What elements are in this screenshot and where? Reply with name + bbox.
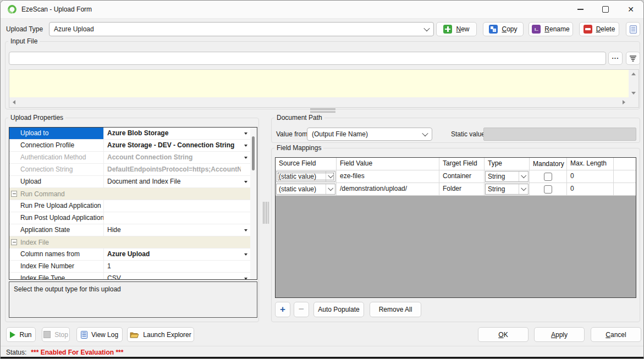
property-value[interactable]: 1 — [104, 261, 241, 272]
property-row[interactable]: Authentication Method Account Connection… — [9, 152, 250, 164]
vertical-splitter-handle[interactable] — [263, 202, 269, 224]
maximize-button[interactable] — [593, 1, 618, 18]
property-value[interactable] — [104, 212, 241, 224]
collapse-icon[interactable] — [11, 239, 17, 245]
column-header[interactable]: Mandatory — [530, 158, 567, 170]
delete-button[interactable]: Delete — [579, 22, 619, 36]
column-header[interactable]: Max. Length — [567, 158, 614, 170]
close-button[interactable]: ✕ — [618, 1, 643, 18]
column-header[interactable]: Field Value — [337, 158, 439, 170]
property-grid-scrollbar[interactable] — [250, 128, 257, 279]
property-row[interactable]: Run Pre Upload Application — [9, 200, 250, 212]
dropdown-arrow-icon[interactable] — [241, 128, 250, 139]
property-name[interactable]: Column names from — [9, 248, 104, 260]
mapping-row[interactable]: (static value) /demonstration/upload/ Fo… — [276, 183, 636, 196]
chevron-down-icon[interactable] — [326, 184, 335, 194]
filter-button[interactable] — [626, 52, 640, 65]
remove-mapping-button[interactable]: − — [294, 302, 309, 317]
scroll-down-icon[interactable] — [631, 92, 636, 95]
add-mapping-button[interactable]: + — [275, 302, 290, 317]
property-name[interactable]: Application State — [9, 224, 104, 236]
property-row[interactable]: Connection String DefaultEndpointsProtoc… — [9, 164, 250, 176]
chevron-down-icon[interactable] — [519, 184, 528, 194]
file-list-area[interactable] — [9, 70, 629, 97]
property-row[interactable]: Upload Document and Index File — [9, 176, 250, 188]
upload-type-notes-button[interactable] — [626, 22, 640, 36]
property-name[interactable]: Connection String — [9, 164, 104, 175]
horizontal-splitter-handle[interactable] — [310, 108, 335, 113]
scroll-up-icon[interactable] — [631, 73, 636, 75]
mandatory-checkbox[interactable] — [544, 185, 552, 194]
scrollbar-thumb[interactable] — [252, 136, 255, 170]
property-name[interactable]: Run Pre Upload Application — [9, 200, 104, 212]
property-name[interactable]: Upload — [9, 176, 104, 187]
apply-button[interactable]: Apply — [534, 327, 585, 342]
ok-button[interactable]: OK — [478, 327, 529, 342]
source-field-select[interactable]: (static value) — [276, 171, 335, 182]
dropdown-arrow-icon[interactable] — [241, 248, 250, 260]
value-from-select[interactable]: (Output File Name) — [307, 128, 432, 141]
scroll-left-icon[interactable] — [13, 100, 15, 104]
property-row[interactable]: Index File Number 1 — [9, 261, 250, 273]
remove-all-button[interactable]: Remove All — [370, 302, 421, 317]
input-file-list[interactable] — [9, 69, 639, 108]
dropdown-arrow-icon[interactable] — [241, 273, 250, 280]
auto-populate-button[interactable]: Auto Populate — [313, 302, 364, 317]
property-row[interactable]: Run Post Upload Application — [9, 212, 250, 224]
property-row[interactable]: Index File Type CSV — [9, 273, 250, 280]
property-value[interactable]: Azure Upload — [104, 248, 241, 260]
dropdown-arrow-icon[interactable] — [241, 140, 250, 151]
property-row[interactable]: Column names from Azure Upload — [9, 248, 250, 261]
property-value[interactable]: DefaultEndpointsProtocol=https;AccountN.… — [104, 164, 241, 175]
property-row[interactable]: Upload to Azure Blob Storage — [9, 128, 250, 140]
property-name[interactable]: Upload to — [9, 128, 104, 139]
collapse-icon[interactable] — [11, 191, 17, 197]
mandatory-checkbox[interactable] — [544, 173, 552, 181]
property-name[interactable]: Index File Number — [9, 261, 104, 272]
stop-button[interactable]: Stop — [42, 327, 70, 342]
column-header[interactable]: Type — [485, 158, 530, 170]
column-header[interactable]: Target Field — [439, 158, 485, 170]
column-header[interactable]: Source Field — [276, 158, 337, 170]
field-value-cell[interactable]: eze-files — [337, 170, 439, 183]
property-value[interactable]: Azure Blob Storage — [104, 128, 241, 139]
property-name[interactable]: Run Post Upload Application — [9, 212, 104, 224]
target-field-cell[interactable]: Folder — [439, 183, 485, 195]
property-category-row[interactable]: Run Command — [9, 188, 250, 200]
rename-button[interactable]: I.. Rename — [529, 22, 573, 36]
type-select[interactable]: String — [485, 184, 529, 195]
property-name[interactable]: Connection Profile — [9, 140, 104, 151]
file-list-vscrollbar[interactable] — [629, 70, 639, 97]
chevron-down-icon[interactable] — [519, 172, 528, 181]
mapping-row[interactable]: (static value) eze-files Container Strin… — [276, 170, 636, 183]
max-length-cell[interactable]: 0 — [567, 183, 614, 195]
property-row[interactable]: Application State Hide — [9, 224, 250, 236]
dropdown-arrow-icon[interactable] — [241, 176, 250, 187]
launch-explorer-button[interactable]: Launch Explorer — [127, 327, 194, 342]
property-row[interactable]: Connection Profile Azure Storage - DEV -… — [9, 140, 250, 152]
chevron-down-icon[interactable] — [326, 172, 335, 181]
source-field-select[interactable]: (static value) — [276, 184, 335, 195]
property-value[interactable]: CSV — [104, 273, 241, 280]
upload-type-select[interactable]: Azure Upload — [49, 22, 434, 36]
input-file-path-field[interactable] — [9, 52, 606, 65]
file-list-hscrollbar[interactable] — [9, 97, 629, 107]
field-value-cell[interactable]: /demonstration/upload/ — [337, 183, 439, 195]
run-button[interactable]: Run — [6, 327, 36, 342]
view-log-button[interactable]: View Log — [76, 327, 123, 342]
type-select[interactable]: String — [485, 171, 529, 182]
property-value[interactable]: Hide — [104, 224, 241, 236]
property-value[interactable]: Account Connection String — [104, 152, 241, 163]
browse-button[interactable]: ... — [608, 52, 623, 65]
property-name[interactable]: Authentication Method — [9, 152, 104, 163]
minimize-button[interactable] — [568, 1, 593, 18]
scroll-right-icon[interactable] — [623, 100, 625, 104]
cancel-button[interactable]: Cancel — [591, 327, 641, 342]
target-field-cell[interactable]: Container — [439, 170, 485, 183]
property-value[interactable]: Azure Storage - DEV - Connection String — [104, 140, 241, 151]
new-button[interactable]: New — [436, 22, 477, 36]
dropdown-arrow-icon[interactable] — [241, 152, 250, 163]
max-length-cell[interactable]: 0 — [567, 170, 614, 183]
property-name[interactable]: Index File Type — [9, 273, 104, 280]
copy-button[interactable]: Copy — [483, 22, 524, 36]
